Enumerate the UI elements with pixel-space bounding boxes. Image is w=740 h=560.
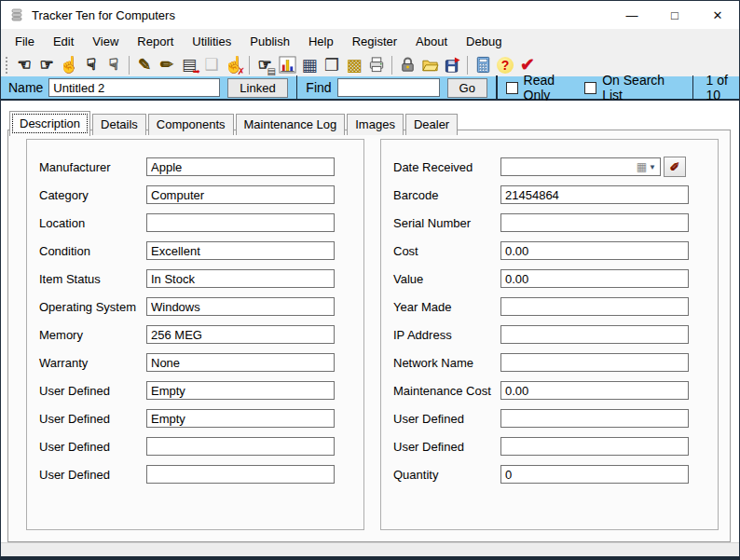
- on-search-list-checkbox[interactable]: [584, 82, 596, 94]
- chart-report-icon[interactable]: [276, 54, 298, 75]
- user-defined-1-input[interactable]: [146, 381, 335, 400]
- tab-details[interactable]: Details: [92, 114, 146, 135]
- menu-debug[interactable]: Debug: [457, 31, 511, 52]
- export-save-icon[interactable]: [441, 54, 463, 75]
- field-row: Date Received ▦ ▼ ✐: [381, 153, 718, 181]
- tab-description[interactable]: Description: [9, 111, 90, 136]
- value-input[interactable]: [500, 269, 689, 288]
- menu-publish[interactable]: Publish: [240, 31, 299, 52]
- network-name-input[interactable]: [500, 353, 689, 372]
- toolbar-grip-handle[interactable]: [6, 57, 9, 74]
- user-defined-6-input[interactable]: [500, 437, 689, 456]
- description-tab-page: Manufacturer Category Location Condition…: [7, 130, 731, 542]
- serial-number-input[interactable]: [500, 213, 689, 232]
- barcode-label: Barcode: [393, 188, 500, 202]
- nav-last-record-icon[interactable]: ☟: [80, 54, 103, 75]
- item-status-input[interactable]: [146, 269, 335, 288]
- red-arrow-badge-icon: ➥: [193, 67, 200, 76]
- right-fields-groupbox: Date Received ▦ ▼ ✐ Barcode Serial Numbe…: [380, 139, 719, 530]
- field-row: Barcode: [381, 181, 718, 209]
- minimize-button[interactable]: —: [610, 1, 653, 29]
- table-view-icon[interactable]: ▦: [298, 54, 321, 75]
- read-only-checkbox[interactable]: [506, 82, 518, 94]
- menu-report[interactable]: Report: [128, 31, 183, 52]
- copy-records-icon[interactable]: ❐: [321, 54, 343, 75]
- user-defined-5-input[interactable]: [500, 409, 689, 428]
- nav-next-record-icon[interactable]: ☞: [35, 54, 58, 75]
- field-row: Maintenance Cost: [381, 376, 718, 404]
- field-row: Year Made: [381, 293, 718, 321]
- tab-maintenance-log[interactable]: Maintenance Log: [236, 114, 346, 135]
- record-bar: Name Linked Find Go Read Only On Search …: [1, 76, 739, 101]
- field-row: Network Name: [381, 348, 718, 376]
- paste-record-icon[interactable]: ❑: [200, 54, 223, 75]
- print-icon[interactable]: [365, 54, 388, 75]
- open-folder-icon[interactable]: [418, 54, 441, 75]
- tab-dealer[interactable]: Dealer: [405, 114, 458, 135]
- menu-register[interactable]: Register: [343, 31, 406, 52]
- item-status-label: Item Status: [39, 272, 146, 286]
- maintenance-cost-input[interactable]: [500, 381, 689, 400]
- cost-label: Cost: [393, 244, 500, 258]
- read-only-label: Read Only: [524, 73, 572, 102]
- user-defined-2-input[interactable]: [146, 409, 335, 428]
- browse-records-icon[interactable]: ☞▤: [254, 54, 276, 75]
- lock-icon[interactable]: [396, 54, 418, 75]
- linked-button[interactable]: Linked: [227, 78, 287, 98]
- quantity-label: Quantity: [393, 468, 500, 482]
- menu-file[interactable]: File: [6, 31, 44, 52]
- barcode-input[interactable]: [500, 185, 689, 204]
- on-search-list-label: On Search List: [602, 73, 671, 102]
- record-position-indicator: 1 of 10: [706, 73, 739, 102]
- menu-edit[interactable]: Edit: [44, 31, 83, 52]
- ip-address-input[interactable]: [500, 325, 689, 344]
- tab-images[interactable]: Images: [347, 114, 404, 135]
- menu-help[interactable]: Help: [299, 31, 343, 52]
- field-row: User Defined: [27, 404, 363, 432]
- quantity-input[interactable]: [500, 465, 689, 484]
- goto-record-icon[interactable]: ☟: [103, 54, 125, 75]
- images-icon[interactable]: ▩: [343, 54, 365, 75]
- tab-components[interactable]: Components: [148, 114, 234, 135]
- maintenance-cost-label: Maintenance Cost: [393, 384, 500, 398]
- close-button[interactable]: ✕: [696, 1, 739, 29]
- edit-record-icon[interactable]: ✏: [156, 54, 178, 75]
- calculator-icon[interactable]: [472, 54, 494, 75]
- menu-about[interactable]: About: [406, 31, 457, 52]
- record-bar-separator: [496, 75, 498, 100]
- date-clear-button[interactable]: ✐: [664, 157, 686, 177]
- warranty-input[interactable]: [146, 353, 335, 372]
- condition-input[interactable]: [146, 241, 335, 260]
- delete-record-icon[interactable]: ☝✗: [223, 54, 245, 75]
- chevron-down-icon[interactable]: ▼: [649, 163, 656, 171]
- nav-previous-record-icon[interactable]: ☜: [13, 54, 35, 75]
- new-record-icon[interactable]: ✎: [133, 54, 156, 75]
- date-received-input[interactable]: [501, 159, 637, 174]
- menu-utilities[interactable]: Utilities: [183, 31, 240, 52]
- manufacturer-input[interactable]: [146, 157, 335, 176]
- field-row: Category: [27, 181, 363, 209]
- eraser-pencil-icon: ✐: [670, 160, 680, 174]
- user-defined-3-input[interactable]: [146, 437, 335, 456]
- cost-input[interactable]: [500, 241, 689, 260]
- window-controls: — □ ✕: [610, 1, 739, 29]
- field-row: Location: [27, 209, 363, 237]
- maximize-button[interactable]: □: [653, 1, 696, 29]
- name-input[interactable]: [48, 78, 220, 97]
- user-defined-4-input[interactable]: [146, 465, 335, 484]
- calendar-icon: ▦: [637, 160, 647, 173]
- field-row: User Defined: [27, 460, 363, 488]
- location-input[interactable]: [146, 213, 335, 232]
- menu-view[interactable]: View: [83, 31, 128, 52]
- memory-input[interactable]: [146, 325, 335, 344]
- year-made-input[interactable]: [500, 297, 689, 316]
- window-title: Tracker Ten for Computers: [32, 8, 175, 22]
- category-input[interactable]: [146, 185, 335, 204]
- operating-system-input[interactable]: [146, 297, 335, 316]
- client-area: Description Details Components Maintenan…: [1, 101, 739, 556]
- go-button[interactable]: Go: [447, 78, 487, 98]
- nav-first-record-icon[interactable]: ☝: [58, 54, 80, 75]
- save-record-icon[interactable]: ▤➥: [178, 54, 200, 75]
- find-input[interactable]: [337, 78, 440, 97]
- read-only-option: Read Only: [506, 73, 572, 102]
